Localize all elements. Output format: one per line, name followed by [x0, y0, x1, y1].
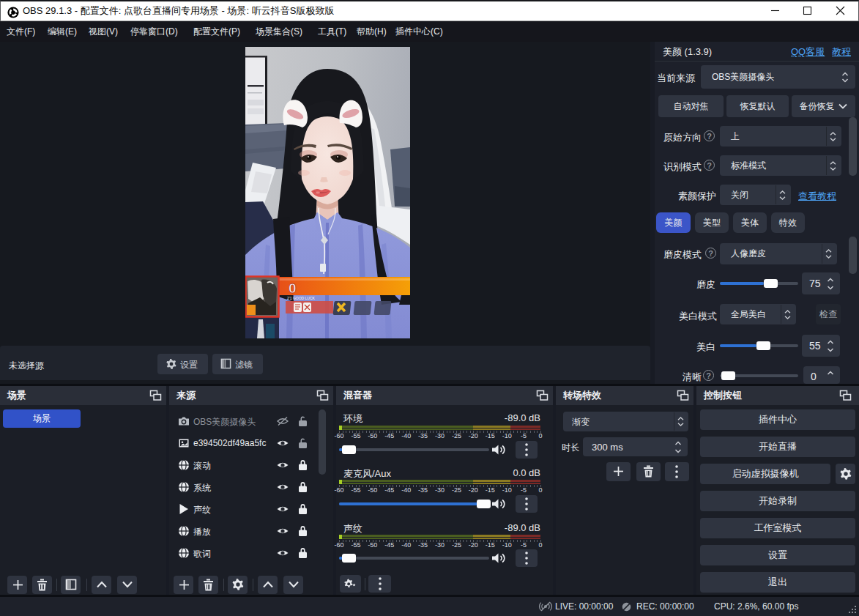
- svg-text:2'1 GOOD LUCK: 2'1 GOOD LUCK: [287, 296, 316, 300]
- svg-text:0: 0: [289, 281, 297, 296]
